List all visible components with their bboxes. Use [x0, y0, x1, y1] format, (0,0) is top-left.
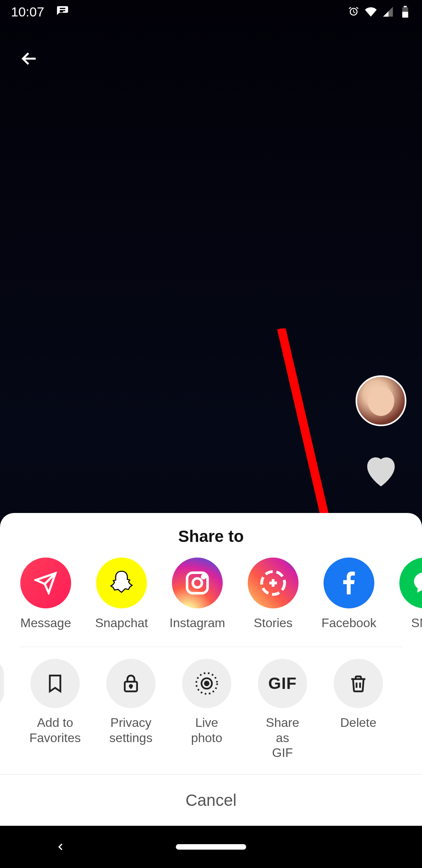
actions-row[interactable]: Add to Favorites Privacy settings Live p… [0, 659, 422, 760]
gif-icon: GIF [258, 659, 307, 708]
facebook-icon [324, 558, 374, 608]
action-add-favorites[interactable]: Add to Favorites [30, 659, 80, 760]
lock-icon [106, 659, 156, 708]
like-button[interactable] [361, 454, 401, 489]
svg-rect-2 [402, 12, 408, 18]
sheet-divider [20, 647, 402, 647]
svg-point-10 [130, 685, 132, 687]
action-live-photo[interactable]: Live photo [182, 659, 231, 760]
share-target-message[interactable]: Message [20, 558, 71, 630]
back-button[interactable] [16, 45, 43, 72]
share-target-sms[interactable]: SMS [399, 558, 422, 630]
wifi-icon [365, 6, 377, 18]
instagram-icon [172, 558, 223, 608]
arrow-left-icon [18, 48, 40, 70]
cancel-button[interactable]: Cancel [0, 774, 422, 826]
profile-avatar[interactable] [356, 375, 406, 426]
action-delete[interactable]: Delete [334, 659, 383, 760]
share-target-facebook[interactable]: Facebook [324, 558, 374, 630]
video-side-column [356, 375, 406, 489]
share-sheet-title: Share to [0, 527, 422, 546]
bookmark-icon [30, 659, 80, 708]
prev-action-icon [0, 659, 4, 708]
system-nav-bar [0, 826, 422, 868]
share-target-snapchat[interactable]: Snapchat [96, 558, 147, 630]
svg-rect-0 [404, 6, 407, 7]
heart-icon [362, 454, 400, 488]
share-targets-row[interactable]: Message Snapchat Instagram Stories Faceb… [0, 558, 422, 630]
message-icon [20, 558, 71, 608]
action-privacy-settings[interactable]: Privacy settings [106, 659, 156, 760]
message-notification-icon [56, 5, 69, 18]
snapchat-icon [96, 558, 147, 608]
status-bar: 10:07 [0, 0, 422, 23]
stories-icon [248, 558, 299, 608]
action-share-gif[interactable]: GIF Share as GIF [258, 659, 307, 760]
action-prev-peek[interactable] [0, 659, 4, 760]
share-sheet: Share to Message Snapchat Instagram Stor… [0, 513, 422, 826]
sms-icon [399, 558, 422, 608]
svg-point-6 [193, 578, 202, 587]
avatar-face [368, 386, 394, 416]
battery-icon [399, 6, 411, 18]
live-photo-icon [182, 659, 231, 708]
trash-icon [334, 659, 383, 708]
alarm-icon [348, 6, 359, 18]
nav-home-pill[interactable] [176, 844, 246, 850]
share-target-stories[interactable]: Stories [248, 558, 299, 630]
nav-back-icon[interactable] [55, 841, 66, 853]
svg-point-7 [202, 575, 205, 578]
svg-point-13 [205, 682, 209, 686]
share-target-instagram[interactable]: Instagram [172, 558, 223, 630]
status-time: 10:07 [11, 4, 44, 20]
signal-icon [382, 6, 394, 18]
